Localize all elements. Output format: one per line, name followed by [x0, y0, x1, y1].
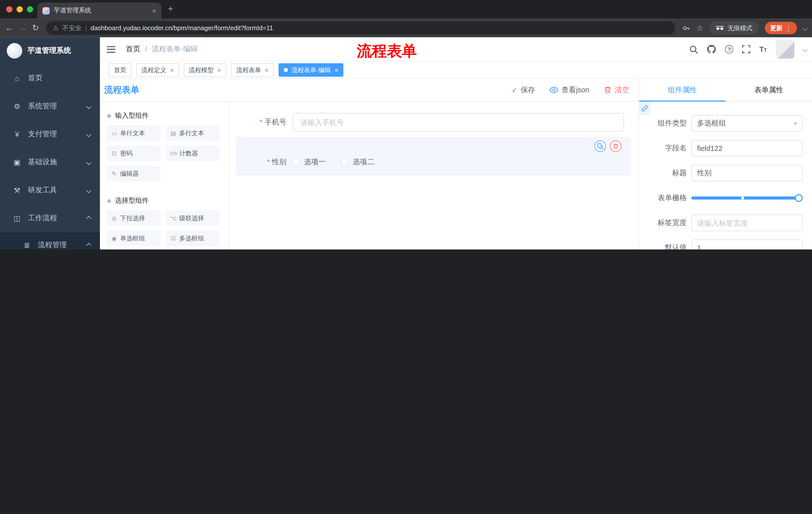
label-width-label: 标签宽度	[639, 218, 687, 227]
slider-track[interactable]	[691, 196, 799, 199]
component-group-icon: ◈	[107, 197, 112, 204]
sidebar-item-dev-tools[interactable]: ⚒ 研发工具	[0, 176, 100, 204]
forward-icon[interactable]: →	[19, 24, 27, 32]
form-canvas[interactable]: 手机号	[229, 102, 638, 249]
new-tab-button[interactable]: +	[168, 4, 173, 13]
field-name-input[interactable]	[691, 140, 803, 157]
back-icon[interactable]: ←	[5, 24, 13, 32]
tag-close-icon[interactable]: ×	[335, 66, 339, 74]
address-bar[interactable]: ⚠ 不安全 | dashboard.yudao.iocoder.cn/bpm/m…	[46, 21, 675, 35]
palette-group-select: ◈ 选择型组件 ◎ 下拉选择 ⌥ 级联选择	[107, 196, 222, 249]
checkbox-group-icon: ☑	[170, 235, 177, 242]
palette-item-counter[interactable]: 123 计数器	[166, 145, 220, 161]
tab-close-icon[interactable]: ×	[152, 6, 156, 15]
sidebar-item-system-management[interactable]: ⚙ 系统管理	[0, 92, 100, 120]
url-divider: |	[85, 24, 87, 32]
palette-item-editor[interactable]: ✎ 编辑器	[107, 166, 161, 182]
help-icon[interactable]: ?	[725, 45, 733, 53]
component-group-icon: ◈	[107, 112, 112, 119]
form-grid-slider[interactable]	[691, 190, 803, 206]
incognito-badge: 无痕模式	[709, 21, 759, 35]
browser-tab[interactable]: 芋道管理系统 ×	[37, 2, 162, 19]
sidebar-item-label: 研发工具	[28, 186, 57, 195]
delete-field-button[interactable]	[610, 141, 621, 152]
counter-icon: 123	[170, 151, 177, 156]
sidebar-item-label: 流程管理	[38, 240, 66, 249]
palette-item-dropdown[interactable]: ◎ 下拉选择	[107, 211, 161, 226]
checkbox-icon[interactable]	[293, 159, 300, 166]
slider-handle[interactable]	[795, 194, 803, 202]
sidebar-item-infrastructure[interactable]: ▣ 基础设施	[0, 148, 100, 176]
slider-tick	[741, 196, 744, 199]
label-width-input[interactable]	[691, 215, 803, 231]
gender-option-1[interactable]: 选项一	[293, 158, 326, 167]
canvas-field-gender-selected[interactable]: 性别 选项一 选项二	[236, 137, 631, 176]
gear-icon: ⚙	[13, 102, 21, 110]
tag-label: 流程表单-编辑	[291, 65, 331, 75]
phone-field-input[interactable]	[293, 113, 624, 132]
palette-item-multi-line-text[interactable]: ▤ 多行文本	[166, 126, 220, 141]
tag-close-icon[interactable]: ×	[265, 66, 269, 74]
tag-close-icon[interactable]: ×	[170, 66, 174, 74]
clear-button[interactable]: 清空	[604, 85, 629, 94]
bookmark-star-icon[interactable]: ☆	[696, 23, 703, 33]
window-close-button[interactable]	[6, 6, 12, 12]
palette-item-password[interactable]: ⊡ 密码	[107, 145, 161, 161]
hamburger-icon[interactable]	[107, 46, 116, 53]
tab-component-properties[interactable]: 组件属性	[639, 79, 726, 101]
password-icon: ⊡	[111, 150, 118, 157]
profile-caret-icon[interactable]	[803, 25, 808, 30]
gender-option-2[interactable]: 选项二	[341, 158, 374, 167]
checkbox-icon[interactable]	[341, 159, 348, 166]
update-browser-button[interactable]: 更新 ⋮	[765, 22, 797, 34]
designer-actions: ✓ 保存 查看json 清空	[512, 85, 629, 94]
component-type-select[interactable]: 多选框组 ▾	[691, 115, 803, 132]
password-key-icon[interactable]	[683, 24, 690, 32]
app-header: 首页 / 流程表单-编辑 流程表单 ? TT	[100, 37, 812, 62]
default-value-label: 默认值	[639, 243, 687, 249]
sidebar-item-payment-management[interactable]: ¥ 支付管理	[0, 120, 100, 148]
canvas-field-phone[interactable]: 手机号	[236, 108, 631, 137]
palette-item-single-line-text[interactable]: ▭ 单行文本	[107, 126, 161, 141]
tag-process-definition[interactable]: 流程定义 ×	[136, 63, 179, 77]
font-size-icon[interactable]: TT	[759, 45, 767, 54]
tab-form-properties[interactable]: 表单属性	[726, 79, 812, 101]
security-warning-label: 不安全	[62, 24, 82, 32]
save-button[interactable]: ✓ 保存	[512, 85, 535, 94]
tag-process-model[interactable]: 流程模型 ×	[184, 63, 226, 77]
fullscreen-icon[interactable]	[742, 45, 750, 53]
sidebar-item-home[interactable]: ⌂ 首页	[0, 64, 100, 92]
breadcrumb-separator: /	[145, 45, 147, 53]
browser-menu-icon[interactable]: ⋮	[785, 24, 792, 32]
search-icon[interactable]	[689, 45, 698, 54]
sidebar-item-workflow[interactable]: ◫ 工作流程	[0, 204, 100, 232]
title-row: 标题	[639, 165, 803, 181]
tag-process-form-edit[interactable]: 流程表单-编辑 ×	[279, 63, 343, 77]
annotation-overlay: 流程表单	[357, 41, 417, 62]
breadcrumb-home[interactable]: 首页	[126, 45, 140, 54]
tag-process-form[interactable]: 流程表单 ×	[231, 63, 274, 77]
component-type-label: 组件类型	[639, 119, 687, 128]
title-input[interactable]	[691, 165, 803, 181]
copy-field-button[interactable]	[594, 141, 606, 152]
avatar-caret-icon[interactable]	[803, 47, 808, 52]
github-icon[interactable]	[707, 45, 716, 54]
window-minimize-button[interactable]	[17, 6, 23, 12]
field-actions	[594, 141, 621, 152]
chevron-up-icon	[86, 216, 91, 221]
palette-item-radio-group[interactable]: ◉ 单选框组	[107, 231, 161, 246]
default-value-input[interactable]	[691, 239, 803, 249]
window-zoom-button[interactable]	[27, 6, 33, 12]
tag-home[interactable]: 首页	[109, 63, 132, 77]
palette-item-checkbox-group[interactable]: ☑ 多选框组	[166, 231, 220, 246]
app-sidebar: 芋道管理系统 ⌂ 首页 ⚙ 系统管理 ¥ 支付管理 ▣ 基础设施	[0, 37, 100, 249]
link-chip-button[interactable]	[639, 102, 650, 115]
select-caret-icon: ▾	[794, 120, 797, 127]
sidebar-item-process-management[interactable]: ≣ 流程管理	[0, 232, 100, 249]
tag-close-icon[interactable]: ×	[217, 66, 221, 74]
view-json-button[interactable]: 查看json	[550, 85, 589, 94]
palette-item-cascader[interactable]: ⌥ 级联选择	[166, 211, 220, 226]
sidebar-item-label: 支付管理	[28, 130, 57, 139]
user-avatar[interactable]	[776, 40, 794, 59]
reload-icon[interactable]: ↻	[32, 24, 39, 32]
